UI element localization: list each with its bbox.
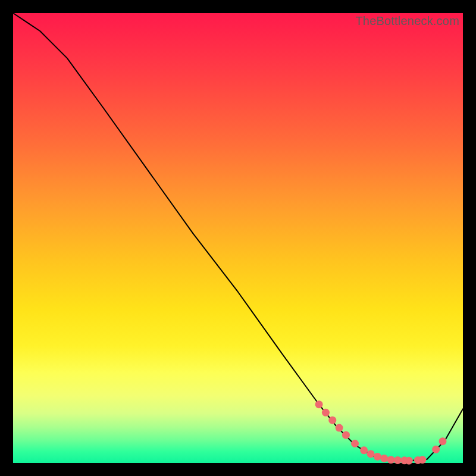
chart-svg [13, 13, 463, 463]
data-point [336, 424, 343, 432]
data-point [394, 456, 402, 464]
data-point [380, 455, 388, 462]
data-point [367, 450, 375, 458]
data-point [351, 440, 359, 447]
watermark-text: TheBottleneck.com [355, 14, 459, 28]
data-point [315, 400, 323, 408]
chart-stage: TheBottleneck.com [0, 0, 476, 476]
data-point [387, 456, 395, 464]
data-point [439, 437, 446, 445]
plot-area: TheBottleneck.com [13, 13, 463, 463]
data-point [405, 457, 413, 465]
data-point [342, 431, 350, 439]
curve-path [13, 13, 463, 461]
data-point [432, 446, 440, 453]
data-point [328, 416, 336, 424]
data-point [374, 453, 381, 461]
data-point [322, 409, 330, 416]
data-point [360, 446, 368, 454]
data-point [418, 456, 426, 464]
